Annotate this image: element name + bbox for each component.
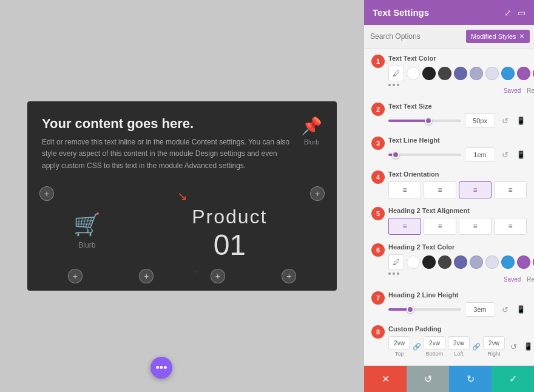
color-swatch-blue[interactable] (501, 67, 515, 80)
h2-align-center-btn[interactable]: ≡ (424, 218, 456, 235)
save-button[interactable]: ✓ (492, 366, 534, 392)
size-value-input[interactable] (465, 113, 495, 128)
top-content: Your content goes here. Edit or remove t… (27, 101, 337, 181)
reset-btn-3[interactable]: ↺ (499, 149, 511, 161)
saved-recent-1: Saved Recent (388, 87, 534, 94)
h2-align-justify-btn[interactable]: ≡ (494, 218, 527, 235)
padding-top-input[interactable] (388, 336, 410, 350)
padding-bottom-field: Bottom (424, 336, 445, 357)
section-content-5: Heading 2 Text Alignment ≡ ≡ ≡ ≡ (388, 207, 527, 235)
section-content-3: Text Line Height ↺ 📱 (388, 137, 527, 162)
dot-6-3 (397, 272, 399, 275)
module-container: Your content goes here. Edit or remove t… (27, 101, 337, 291)
color-swatch-purple[interactable] (517, 67, 530, 80)
dot-1 (388, 84, 391, 86)
modified-close-icon[interactable]: ✕ (519, 32, 525, 41)
padding-right-field: Right (483, 336, 505, 357)
slider-thumb-7[interactable] (407, 306, 414, 313)
h2-swatch-dark[interactable] (438, 255, 451, 269)
section-content-6: Heading 2 Text Color 🖊 (388, 243, 534, 283)
add-button-2[interactable]: + (310, 186, 325, 201)
section-content-8: Custom Padding Top 🔗 Bottom Left (388, 325, 534, 357)
h2-align-right-btn[interactable]: ≡ (459, 218, 492, 235)
eyedropper-btn-1[interactable]: 🖊 (388, 66, 404, 81)
dot-6-2 (393, 272, 395, 275)
color-swatch-dark[interactable] (438, 67, 451, 80)
add-button-1[interactable]: + (39, 186, 54, 201)
h2-swatch-white[interactable] (407, 255, 420, 269)
color-swatch-indigo[interactable] (454, 67, 467, 80)
add-button-bottom-1[interactable]: + (68, 269, 83, 283)
section-content-1: Text Text Color 🖊 (388, 55, 534, 94)
pin-blurb: 📌 Blurb (301, 116, 322, 146)
text-size-label: Text Text Size (388, 103, 527, 110)
panel-header: Text Settings ⤢ ▭ (364, 0, 534, 25)
h2-swatch-lavender[interactable] (470, 255, 483, 269)
h2-line-height-input[interactable] (465, 302, 495, 317)
reset-btn-7[interactable]: ↺ (499, 303, 511, 316)
search-input[interactable] (370, 32, 461, 41)
panel-header-icons: ⤢ ▭ (504, 8, 526, 18)
slider-track-7[interactable] (388, 308, 461, 311)
cancel-button[interactable]: ✕ (364, 366, 407, 392)
step-badge-8: 8 (371, 325, 385, 339)
slider-thumb-2[interactable] (425, 117, 432, 124)
padding-top-field: Top (388, 336, 410, 357)
orient-center-btn[interactable]: ≡ (424, 181, 456, 198)
panel-footer: ✕ ↺ ↻ ✓ (364, 365, 534, 392)
slider-track-2[interactable] (388, 120, 461, 122)
reset-btn-8[interactable]: ↺ (507, 340, 519, 353)
slider-track-3[interactable] (388, 154, 461, 156)
panel-title: Text Settings (373, 7, 429, 18)
settings-panel: Text Settings ⤢ ▭ Modified Styles ✕ 1 Te… (364, 0, 534, 392)
h2-align-left-btn[interactable]: ≡ (388, 218, 421, 235)
device-btn-2[interactable]: 📱 (515, 115, 527, 127)
canvas-area: Your content goes here. Edit or remove t… (0, 0, 364, 392)
add-button-bottom-4[interactable]: + (282, 269, 296, 283)
undo-button[interactable]: ↺ (407, 366, 449, 392)
padding-bottom-input[interactable] (424, 336, 445, 350)
padding-label: Custom Padding (388, 325, 534, 333)
padding-right-input[interactable] (483, 336, 505, 350)
h2-swatch-blue[interactable] (501, 255, 515, 269)
orient-left-btn[interactable]: ≡ (388, 181, 421, 198)
link-icon-1[interactable]: 🔗 (413, 343, 421, 351)
expand-icon[interactable]: ⤢ (504, 8, 512, 18)
modified-styles-button[interactable]: Modified Styles ✕ (466, 30, 530, 43)
link-icon-2[interactable]: 🔗 (472, 343, 481, 351)
orient-right-btn[interactable]: ≡ (494, 181, 527, 198)
device-btn-3[interactable]: 📱 (515, 149, 527, 161)
text-content: Your content goes here. Edit or remove t… (42, 116, 291, 172)
padding-row: Top 🔗 Bottom Left 🔗 Right (388, 336, 534, 357)
h2-swatch-indigo[interactable] (454, 255, 467, 269)
h2-swatch-black[interactable] (422, 255, 436, 269)
line-height-value-input[interactable] (465, 147, 495, 162)
add-button-bottom-2[interactable]: + (139, 269, 154, 283)
slider-thumb-3[interactable] (392, 151, 399, 158)
settings-content: 1 Text Text Color 🖊 (364, 49, 534, 365)
device-btn-7[interactable]: 📱 (515, 303, 527, 316)
color-swatch-white[interactable] (407, 67, 420, 80)
h2-color-label: Heading 2 Text Color (388, 243, 534, 251)
h2-align-group: ≡ ≡ ≡ ≡ (388, 218, 527, 235)
padding-left-field: Left (448, 336, 470, 357)
add-button-bottom-3[interactable]: + (211, 269, 225, 283)
fab-button[interactable]: ••• (150, 357, 172, 379)
step-badge-6: 6 (371, 243, 385, 257)
color-swatch-black[interactable] (422, 67, 436, 80)
h2-swatch-purple[interactable] (517, 255, 530, 269)
redo-button[interactable]: ↻ (449, 366, 492, 392)
reset-btn-2[interactable]: ↺ (499, 115, 511, 127)
add-row-top: + ↘ + (27, 186, 337, 201)
device-btn-8[interactable]: 📱 (522, 340, 534, 353)
minimize-icon[interactable]: ▭ (518, 8, 526, 18)
more-colors-6 (388, 272, 534, 275)
orient-justify-btn[interactable]: ≡ (459, 181, 492, 198)
padding-left-input[interactable] (448, 336, 470, 350)
color-swatch-lavender[interactable] (470, 67, 483, 80)
eyedropper-btn-6[interactable]: 🖊 (388, 254, 404, 270)
blurb-label: Blurb (78, 241, 95, 249)
color-swatch-light[interactable] (485, 67, 499, 80)
h2-swatch-light[interactable] (485, 255, 499, 269)
dot-2 (393, 84, 395, 86)
